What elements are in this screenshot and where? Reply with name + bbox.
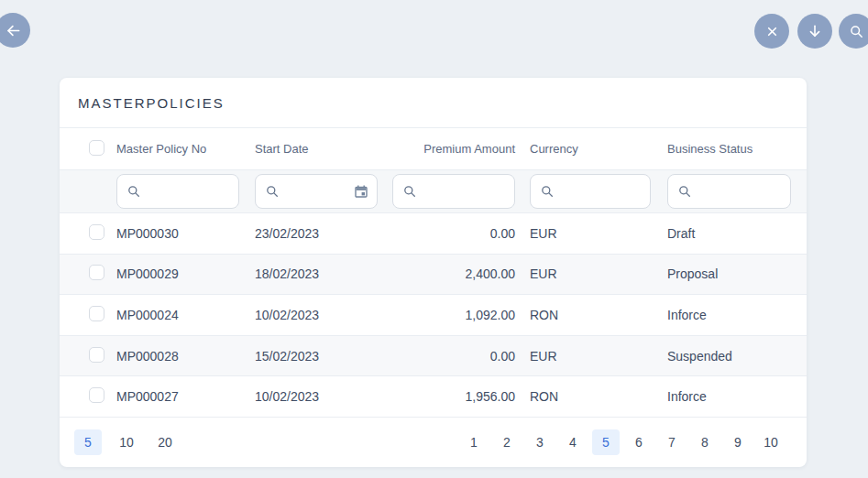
page-number-list: 1 2 3 4 5 6 7 8 9 10 <box>460 429 785 455</box>
page-button-3[interactable]: 3 <box>526 429 554 455</box>
cell-policy-no: MP000029 <box>116 266 255 281</box>
page-button-7[interactable]: 7 <box>658 429 686 455</box>
row-checkbox[interactable] <box>89 224 104 240</box>
page: MASTERPOLICIES Master Policy No Start Da… <box>0 0 868 478</box>
table-row[interactable]: MP000028 15/02/2023 0.00 EUR Suspended <box>60 336 807 377</box>
cell-status: Inforce <box>667 389 807 404</box>
cell-status: Draft <box>667 226 807 241</box>
column-header-premium-amount: Premium Amount <box>392 142 515 156</box>
search-icon <box>850 25 863 38</box>
page-size-option-20[interactable]: 20 <box>151 429 179 455</box>
page-size-option-5[interactable]: 5 <box>74 429 102 455</box>
cell-status: Inforce <box>667 308 807 322</box>
filter-currency-input[interactable] <box>530 174 651 209</box>
page-button-10[interactable]: 10 <box>757 429 785 455</box>
back-button[interactable] <box>0 13 30 48</box>
cell-currency: RON <box>515 389 667 404</box>
page-button-6[interactable]: 6 <box>625 429 653 455</box>
cell-premium: 1,956.00 <box>392 389 515 404</box>
select-all-checkbox[interactable] <box>89 140 104 156</box>
cell-status: Proposal <box>667 266 807 281</box>
cell-currency: RON <box>515 308 667 322</box>
row-checkbox[interactable] <box>89 347 104 363</box>
cell-policy-no: MP000024 <box>116 308 255 322</box>
page-title: MASTERPOLICIES <box>60 78 807 128</box>
close-button[interactable] <box>754 14 789 49</box>
cell-policy-no: MP000028 <box>116 349 255 364</box>
cell-currency: EUR <box>515 226 667 241</box>
table-header-row: Master Policy No Start Date Premium Amou… <box>60 128 807 170</box>
column-header-start-date: Start Date <box>255 142 392 156</box>
cell-status: Suspended <box>667 349 807 364</box>
cell-start-date: 10/02/2023 <box>255 389 392 404</box>
search-button[interactable] <box>839 14 868 49</box>
calendar-icon[interactable] <box>354 184 368 202</box>
row-checkbox[interactable] <box>89 306 104 321</box>
page-button-8[interactable]: 8 <box>691 429 719 455</box>
filter-row <box>60 170 807 213</box>
cell-premium: 2,400.00 <box>392 266 515 281</box>
page-button-4[interactable]: 4 <box>559 429 587 455</box>
download-button[interactable] <box>797 14 832 49</box>
column-header-business-status: Business Status <box>667 142 807 156</box>
table-row[interactable]: MP000027 10/02/2023 1,956.00 RON Inforce <box>60 376 807 418</box>
cell-currency: EUR <box>515 266 667 281</box>
close-icon <box>766 26 778 38</box>
cell-premium: 0.00 <box>392 349 515 364</box>
page-button-2[interactable]: 2 <box>493 429 521 455</box>
cell-currency: EUR <box>515 349 667 364</box>
table-row[interactable]: MP000030 23/02/2023 0.00 EUR Draft <box>60 213 807 255</box>
cell-policy-no: MP000027 <box>116 389 255 404</box>
pagination-bar: 5 10 20 1 2 3 4 5 6 7 8 9 10 <box>60 418 807 467</box>
cell-start-date: 15/02/2023 <box>255 349 392 364</box>
arrow-left-icon <box>5 23 21 38</box>
row-checkbox[interactable] <box>89 265 104 280</box>
page-button-9[interactable]: 9 <box>724 429 752 455</box>
filter-business-status-input[interactable] <box>667 174 791 209</box>
arrow-down-icon <box>808 24 822 38</box>
column-header-currency: Currency <box>515 142 667 156</box>
filter-master-policy-no-input[interactable] <box>116 174 239 209</box>
page-size-selector: 5 10 20 <box>74 429 179 455</box>
column-header-master-policy-no: Master Policy No <box>116 142 255 156</box>
cell-policy-no: MP000030 <box>116 226 255 241</box>
masterpolicies-card: MASTERPOLICIES Master Policy No Start Da… <box>60 78 807 467</box>
table-row[interactable]: MP000029 18/02/2023 2,400.00 EUR Proposa… <box>60 255 807 296</box>
page-button-5[interactable]: 5 <box>592 429 620 455</box>
cell-premium: 0.00 <box>392 226 515 241</box>
cell-premium: 1,092.00 <box>392 308 515 322</box>
cell-start-date: 18/02/2023 <box>255 266 392 281</box>
cell-start-date: 23/02/2023 <box>255 226 392 241</box>
page-button-1[interactable]: 1 <box>460 429 488 455</box>
table-row[interactable]: MP000024 10/02/2023 1,092.00 RON Inforce <box>60 295 807 336</box>
page-size-option-10[interactable]: 10 <box>113 429 140 455</box>
cell-start-date: 10/02/2023 <box>255 308 392 322</box>
filter-premium-amount-input[interactable] <box>392 174 515 209</box>
row-checkbox[interactable] <box>89 387 104 403</box>
